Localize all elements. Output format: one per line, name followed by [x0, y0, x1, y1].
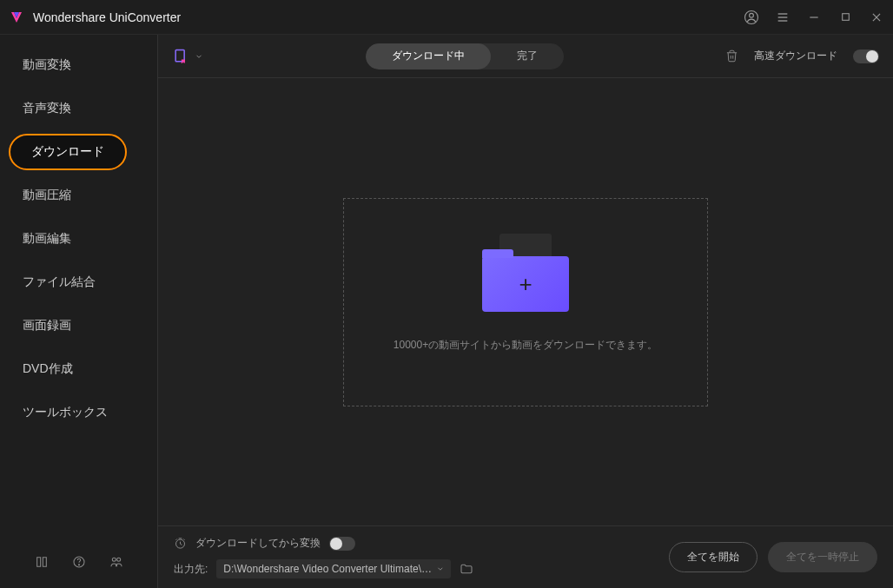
- tutorial-icon[interactable]: [35, 555, 49, 569]
- open-folder-icon[interactable]: [460, 562, 473, 576]
- tab-label: 完了: [517, 49, 538, 63]
- paste-url-icon[interactable]: [172, 48, 189, 65]
- pause-all-button[interactable]: 全てを一時停止: [768, 542, 877, 572]
- minimize-icon[interactable]: [806, 10, 822, 25]
- sidebar-item-record[interactable]: 画面録画: [0, 304, 157, 347]
- tab-group: ダウンロード中 完了: [366, 43, 564, 69]
- sidebar-item-label: ダウンロード: [9, 134, 127, 170]
- sidebar-item-label: 音声変換: [23, 101, 71, 116]
- svg-point-12: [116, 558, 120, 561]
- trash-icon[interactable]: [725, 50, 738, 63]
- tab-completed[interactable]: 完了: [491, 43, 564, 69]
- convert-after-download-label: ダウンロードしてから変換: [195, 536, 321, 551]
- convert-after-toggle[interactable]: [329, 537, 355, 551]
- svg-point-11: [112, 558, 116, 561]
- output-label: 出力先:: [174, 562, 208, 577]
- titlebar: Wondershare UniConverter: [0, 0, 893, 35]
- sidebar-item-label: 動画変換: [23, 57, 71, 73]
- maximize-icon[interactable]: [837, 10, 853, 25]
- chevron-down-icon: [436, 565, 445, 573]
- sidebar-item-download[interactable]: ダウンロード: [0, 130, 157, 174]
- chevron-down-icon[interactable]: [195, 52, 203, 61]
- dropzone[interactable]: + 10000+の動画サイトから動画をダウンロードできます。: [343, 198, 708, 406]
- svg-point-1: [750, 13, 754, 17]
- svg-rect-6: [842, 14, 849, 21]
- speed-download-label: 高速ダウンロード: [754, 49, 837, 63]
- sidebar-item-audio-convert[interactable]: 音声変換: [0, 87, 157, 130]
- toolbar: ダウンロード中 完了 高速ダウンロード: [158, 35, 893, 78]
- sidebar-item-label: 動画編集: [23, 231, 71, 247]
- plus-icon: +: [519, 271, 532, 298]
- svg-point-10: [78, 565, 79, 565]
- speed-toggle[interactable]: [853, 50, 879, 63]
- app-logo-icon: [9, 10, 24, 25]
- sidebar-nav: 動画変換 音声変換 ダウンロード 動画圧縮 動画編集 ファイル結合 画面録画 D…: [0, 35, 157, 545]
- dropzone-text: 10000+の動画サイトから動画をダウンロードできます。: [394, 338, 658, 353]
- footer: ダウンロードしてから変換 出力先: D:\Wondershare Video C…: [158, 525, 893, 588]
- output-path-select[interactable]: D:\Wondershare Video Converter Ultimate\…: [216, 559, 451, 578]
- sidebar: 動画変換 音声変換 ダウンロード 動画圧縮 動画編集 ファイル結合 画面録画 D…: [0, 35, 158, 588]
- sidebar-item-toolbox[interactable]: ツールボックス: [0, 391, 157, 434]
- sidebar-item-label: DVD作成: [23, 361, 73, 377]
- menu-icon[interactable]: [775, 10, 790, 25]
- community-icon[interactable]: [109, 555, 123, 569]
- output-path-value: D:\Wondershare Video Converter Ultimate\…: [223, 563, 435, 575]
- app-title: Wondershare UniConverter: [33, 10, 744, 24]
- account-icon[interactable]: [744, 10, 759, 25]
- sidebar-item-video-convert[interactable]: 動画変換: [0, 43, 157, 87]
- sidebar-item-edit[interactable]: 動画編集: [0, 217, 157, 261]
- add-folder-icon: +: [482, 251, 569, 312]
- content-area: + 10000+の動画サイトから動画をダウンロードできます。: [158, 78, 893, 525]
- sidebar-item-label: ファイル結合: [23, 274, 96, 290]
- main-panel: ダウンロード中 完了 高速ダウンロード + 10000+の動画サイトから動画をダ…: [158, 35, 893, 588]
- schedule-icon[interactable]: [174, 537, 187, 550]
- help-icon[interactable]: [72, 555, 86, 569]
- tab-label: ダウンロード中: [392, 49, 465, 63]
- sidebar-item-dvd[interactable]: DVD作成: [0, 347, 157, 391]
- sidebar-item-label: ツールボックス: [23, 405, 108, 420]
- sidebar-item-merge[interactable]: ファイル結合: [0, 261, 157, 304]
- tab-downloading[interactable]: ダウンロード中: [366, 43, 491, 69]
- button-label: 全てを一時停止: [786, 551, 859, 563]
- start-all-button[interactable]: 全てを開始: [669, 542, 757, 572]
- sidebar-item-label: 動画圧縮: [23, 188, 71, 203]
- button-label: 全てを開始: [687, 551, 739, 563]
- close-icon[interactable]: [869, 10, 884, 25]
- sidebar-item-compress[interactable]: 動画圧縮: [0, 174, 157, 217]
- sidebar-item-label: 画面録画: [23, 318, 71, 334]
